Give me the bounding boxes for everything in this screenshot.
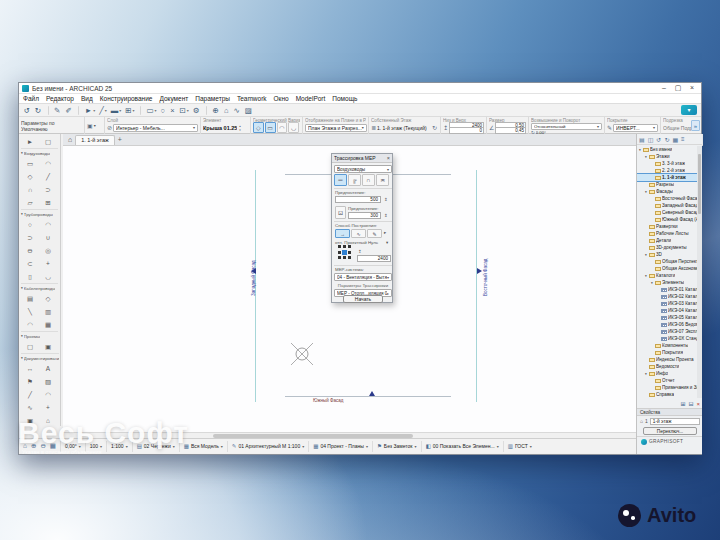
menu-item[interactable]: ModelPort [296,95,326,102]
tree-item[interactable]: Рабочие Листы [637,230,697,237]
tree-item[interactable]: 2. 2-й этаж [637,167,697,174]
home-icon[interactable]: ⌂ [68,136,72,143]
geometry-method-button[interactable]: ◇ [253,122,264,133]
toolbar-button[interactable]: ⚙ [191,105,202,116]
tab-active[interactable]: 1. 1-й этаж [75,135,115,145]
element-cell[interactable]: Элемент Крыша 01.25 ▴▾ [201,117,251,134]
home-story-cell[interactable]: Собственный Этаж ≣ 1. 1-й этаж (Текущий)… [369,117,441,134]
add-tab-button[interactable]: + [118,136,122,143]
toolbox-item[interactable]: ▾ ▣ [39,340,57,353]
infobox-expander-button[interactable]: » [691,120,700,131]
tree-item[interactable]: 3. 3-й этаж [637,160,697,167]
navigator-tool-icon[interactable]: ▦ [672,136,678,143]
quick-option-dropdown[interactable]: ▦ 04 Проект - Планы ▾ [308,441,372,452]
toolbox-item[interactable]: ▾ ⚑ [21,375,39,388]
toolbox-item[interactable]: ▾ ∿ [21,401,39,414]
toolbar-button[interactable]: ╱ ▾ [98,105,109,116]
refresh-icon[interactable]: ↻ [432,124,437,131]
construction-method-button[interactable]: → [335,229,350,238]
toolbox-item[interactable]: ▾ ○ [21,218,39,231]
toolbox-item[interactable]: ▾ Воздуховоды [21,148,58,157]
toolbar-button[interactable]: ▬ ▾ [109,105,123,116]
tree-item[interactable]: Справка [637,391,697,398]
anchor-dot[interactable] [348,251,351,254]
toolbar-button[interactable]: ∿ [232,105,242,116]
toolbox-item[interactable]: ▾ ╲ [21,305,39,318]
elevation-field[interactable]: 2400 [357,255,391,262]
spinner[interactable]: ⇕ [384,197,388,202]
anchor-dot[interactable] [338,245,341,248]
tree-item[interactable]: Западный Фасад (Авто [637,202,697,209]
maximize-button[interactable]: ▢ [671,83,685,93]
toolbox-item[interactable]: ▾ ◠ [21,318,39,331]
toolbox-item[interactable]: ▾ ◡ [39,270,57,283]
toolbox-item[interactable]: ▾ Кабелепроводы [21,283,58,292]
toolbar-button[interactable]: ► ▾ [83,105,96,116]
toolbox-item[interactable]: ▾ ▭ [21,157,39,170]
toolbox-item[interactable]: ▾ ▨ [39,375,57,388]
tree-item[interactable]: Южный Фасад (Авто [637,216,697,223]
tree-item[interactable]: Детали [637,237,697,244]
toolbar-button[interactable]: ⌂ [222,105,231,116]
menu-item[interactable]: Конструирование [100,95,153,102]
surface-cell[interactable]: Покрытие ✎ ИНВЕРТ... ▾ [605,117,661,134]
toolbar-button[interactable]: ⊡ ▾ [178,105,190,116]
navigator-tool-icon[interactable]: ↺ [656,136,661,143]
segment-type-button[interactable]: ∩ [362,174,375,186]
segment-type-button[interactable]: ═ [334,174,347,186]
toolbox-item[interactable]: ▾ ∪ [39,231,57,244]
tree-item[interactable]: ИКЭ-03 Каталог Двер [637,300,697,307]
rotation-mode-dropdown[interactable]: Относительный ▾ [531,123,602,130]
switch-button[interactable]: Переключ... [643,427,697,435]
toolbox-item[interactable]: ▾ ◎ [39,244,57,257]
tree-item[interactable]: ИКЭ-06 Ведомость Пр [637,321,697,328]
construction-method-button[interactable]: ∿ [351,229,366,238]
toolbox-item[interactable]: ▾ + [39,257,57,270]
toolbox-item[interactable]: ▾ ╱ [39,170,57,183]
menu-item[interactable]: Документ [159,95,188,102]
toolbox-item[interactable]: ▾ ► [21,135,39,148]
properties-header[interactable]: Свойства [637,408,702,416]
toolbox-item[interactable]: ▾ ◇ [21,170,39,183]
navigator-tool-icon[interactable]: ◫ [648,136,654,143]
geometry-method-button[interactable]: ◡ [288,122,299,133]
palette-title-bar[interactable]: Трассировка MEP × [332,154,392,163]
toolbox-item[interactable]: ▾ ▢ [39,135,57,148]
tree-item[interactable]: ▾ Без имени [637,146,697,153]
minimize-button[interactable]: – [657,83,671,93]
tree-item[interactable]: Северный Фасад (Авто [637,209,697,216]
quick-option-dropdown[interactable]: ◧ 00 Показать Все Элемен... ▾ [421,441,503,452]
size-cell[interactable]: Размер ∠ 0,50 0,45 [487,117,529,134]
navigator-view-icon[interactable]: × [696,401,700,407]
toolbox-item[interactable]: ▾ ◇ [39,292,57,305]
chevron-right-icon[interactable]: ▸ [384,230,386,235]
rotation-cell[interactable]: Возвышение и Поворот Относительный ▾ ↻ 0… [529,117,605,134]
tree-item[interactable]: ИКЭ-0Х Стандартный [637,335,697,342]
start-button[interactable]: Начать [343,295,383,303]
close-button[interactable]: × [685,83,699,93]
construction-method-button[interactable]: ✎ [367,229,382,238]
tree-item[interactable]: ИКЭ-04 Каталог Окон [637,307,697,314]
toolbar-button[interactable]: ⊕ [211,105,221,116]
size-bottom-field[interactable]: 0,45 [495,127,526,134]
anchor-dot[interactable] [343,245,346,248]
toolbar-button[interactable]: ✐ [64,105,74,116]
tree-item[interactable]: Компоненты [637,342,697,349]
toolbox-item[interactable]: ▾ ▯ [21,270,39,283]
menu-item[interactable]: Редактор [46,95,74,102]
favorites-cell[interactable]: ▣ ▾ [85,117,105,134]
tree-item[interactable]: Отчет [637,377,697,384]
toolbox-item[interactable]: ▾ ◠ [39,218,57,231]
menu-item[interactable]: Помощь [332,95,357,102]
toolbox-item[interactable]: ▾ Документирование [21,353,59,362]
menu-item[interactable]: Файл [23,95,39,102]
quick-option-dropdown[interactable]: ✎ 01 Архитектурный М 1:100 ▾ [227,441,308,452]
tree-item[interactable]: Общая Аксонометрия [637,265,697,272]
toolbox-item[interactable]: ▾ ⊃ [21,231,39,244]
tree-item[interactable]: ▾ Этажи [637,153,697,160]
toolbox-item[interactable]: ▾ ◠ [39,157,57,170]
layer-dropdown[interactable]: Интерьер - Мебель... ▾ [113,124,198,132]
tree-item[interactable]: Развертки [637,223,697,230]
toolbar-button[interactable]: ✎ [53,105,63,116]
tree-item[interactable]: ▾ Элементы [637,279,697,286]
